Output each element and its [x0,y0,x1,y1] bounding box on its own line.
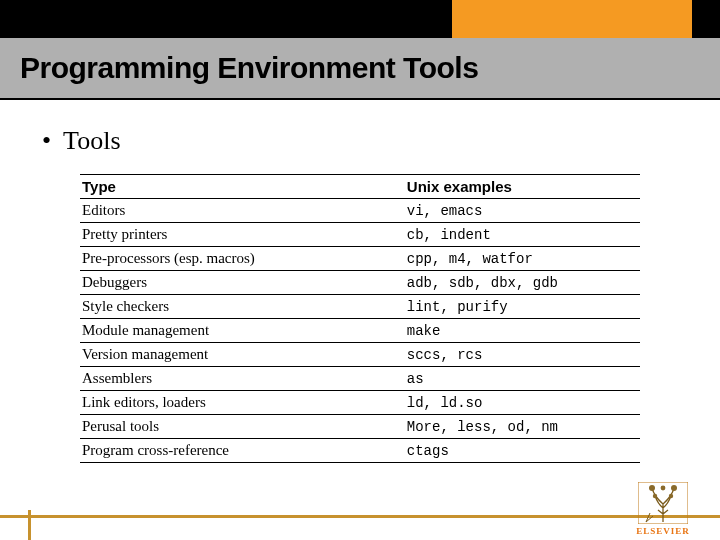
table-row: Program cross-referencectags [80,439,640,463]
table-row: Module managementmake [80,319,640,343]
slide-title: Programming Environment Tools [20,51,478,85]
svg-point-3 [653,494,657,498]
bullet-marker: • [42,126,51,155]
cell-type: Pre-processors (esp. macros) [80,247,405,271]
cell-example: cb, indent [405,223,640,247]
table-row: Style checkerslint, purify [80,295,640,319]
tools-table-container: Type Unix examples Editorsvi, emacs Pret… [80,174,640,463]
header-orange-accent [452,0,692,38]
bullet-row: •Tools [0,100,720,174]
cell-example: adb, sdb, dbx, gdb [405,271,640,295]
cell-type: Debuggers [80,271,405,295]
cell-example: ld, ld.so [405,391,640,415]
logo-text: ELSEVIER [636,526,690,536]
svg-point-2 [671,485,677,491]
cell-example: ctags [405,439,640,463]
table-row: Version managementsccs, rcs [80,343,640,367]
table-row: Perusal toolsMore, less, od, nm [80,415,640,439]
cell-type: Pretty printers [80,223,405,247]
table-row: Pre-processors (esp. macros)cpp, m4, wat… [80,247,640,271]
cell-type: Module management [80,319,405,343]
header-type: Type [80,175,405,199]
cell-type: Editors [80,199,405,223]
cell-example: cpp, m4, watfor [405,247,640,271]
cell-type: Program cross-reference [80,439,405,463]
svg-point-1 [649,485,655,491]
cell-example: as [405,367,640,391]
table-row: Debuggersadb, sdb, dbx, gdb [80,271,640,295]
table-row: Link editors, loadersld, ld.so [80,391,640,415]
cell-type: Style checkers [80,295,405,319]
cell-example: sccs, rcs [405,343,640,367]
cell-type: Assemblers [80,367,405,391]
table-row: Editorsvi, emacs [80,199,640,223]
cell-example: make [405,319,640,343]
table-header-row: Type Unix examples [80,175,640,199]
cell-type: Version management [80,343,405,367]
title-bar: Programming Environment Tools [0,38,720,100]
cell-example: lint, purify [405,295,640,319]
header-examples: Unix examples [405,175,640,199]
bullet-text: Tools [63,126,120,155]
footer-vertical-accent [28,510,31,540]
cell-example: vi, emacs [405,199,640,223]
table-row: Assemblersas [80,367,640,391]
tree-icon [638,482,688,524]
tools-table: Type Unix examples Editorsvi, emacs Pret… [80,174,640,463]
publisher-logo: ELSEVIER [628,482,698,536]
cell-example: More, less, od, nm [405,415,640,439]
svg-point-4 [669,494,673,498]
svg-point-5 [661,486,666,491]
table-row: Pretty printerscb, indent [80,223,640,247]
footer-rule [0,515,720,518]
cell-type: Perusal tools [80,415,405,439]
cell-type: Link editors, loaders [80,391,405,415]
